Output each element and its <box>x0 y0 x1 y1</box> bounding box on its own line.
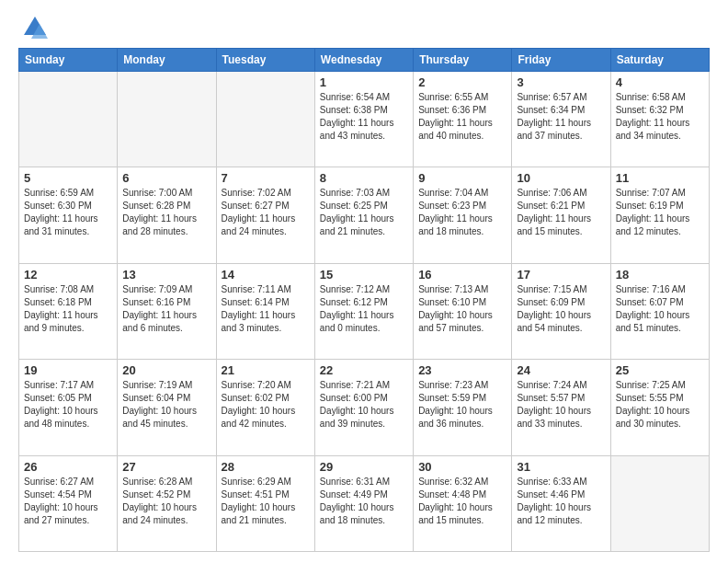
day-info: Sunrise: 6:29 AM Sunset: 4:51 PM Dayligh… <box>222 476 310 527</box>
calendar-cell: 21Sunrise: 7:20 AM Sunset: 6:02 PM Dayli… <box>216 360 314 455</box>
day-info: Sunrise: 7:19 AM Sunset: 6:04 PM Dayligh… <box>122 379 210 431</box>
calendar-cell: 12Sunrise: 7:08 AM Sunset: 6:18 PM Dayli… <box>19 263 118 359</box>
day-info: Sunrise: 7:24 AM Sunset: 5:57 PM Dayligh… <box>517 379 605 431</box>
calendar-cell: 22Sunrise: 7:21 AM Sunset: 6:00 PM Dayli… <box>314 360 413 455</box>
day-info: Sunrise: 7:21 AM Sunset: 6:00 PM Dayligh… <box>320 379 408 431</box>
day-number: 4 <box>616 75 704 89</box>
day-number: 16 <box>418 268 506 282</box>
day-number: 21 <box>222 363 310 377</box>
day-info: Sunrise: 7:11 AM Sunset: 6:14 PM Dayligh… <box>222 283 310 335</box>
calendar-cell: 24Sunrise: 7:24 AM Sunset: 5:57 PM Dayli… <box>512 360 610 455</box>
calendar-cell: 26Sunrise: 6:27 AM Sunset: 4:54 PM Dayli… <box>19 455 118 551</box>
day-info: Sunrise: 6:33 AM Sunset: 4:46 PM Dayligh… <box>517 476 605 527</box>
day-number: 1 <box>320 75 408 89</box>
day-number: 31 <box>517 460 605 474</box>
day-info: Sunrise: 7:08 AM Sunset: 6:18 PM Dayligh… <box>24 283 112 335</box>
day-number: 7 <box>222 171 310 185</box>
day-number: 6 <box>122 171 210 185</box>
day-info: Sunrise: 7:13 AM Sunset: 6:10 PM Dayligh… <box>418 283 506 335</box>
logo <box>18 15 48 40</box>
day-number: 23 <box>418 363 506 377</box>
day-number: 19 <box>24 363 112 377</box>
day-info: Sunrise: 7:23 AM Sunset: 5:59 PM Dayligh… <box>418 379 506 431</box>
calendar-cell: 31Sunrise: 6:33 AM Sunset: 4:46 PM Dayli… <box>512 455 610 551</box>
calendar-cell <box>118 72 216 167</box>
weekday-header-tuesday: Tuesday <box>216 49 314 72</box>
week-row-2: 12Sunrise: 7:08 AM Sunset: 6:18 PM Dayli… <box>19 263 710 359</box>
day-info: Sunrise: 6:31 AM Sunset: 4:49 PM Dayligh… <box>320 476 408 527</box>
day-number: 11 <box>616 171 704 185</box>
calendar-cell <box>610 455 709 551</box>
day-info: Sunrise: 7:07 AM Sunset: 6:19 PM Dayligh… <box>616 187 704 238</box>
calendar-cell: 28Sunrise: 6:29 AM Sunset: 4:51 PM Dayli… <box>216 455 314 551</box>
calendar-cell: 18Sunrise: 7:16 AM Sunset: 6:07 PM Dayli… <box>610 263 709 359</box>
calendar-cell: 23Sunrise: 7:23 AM Sunset: 5:59 PM Dayli… <box>414 360 512 455</box>
day-info: Sunrise: 7:00 AM Sunset: 6:28 PM Dayligh… <box>122 187 210 238</box>
day-number: 2 <box>418 75 506 89</box>
day-info: Sunrise: 7:04 AM Sunset: 6:23 PM Dayligh… <box>418 187 506 238</box>
calendar-cell: 10Sunrise: 7:06 AM Sunset: 6:21 PM Dayli… <box>512 167 610 263</box>
weekday-header-friday: Friday <box>512 49 610 72</box>
calendar-cell: 16Sunrise: 7:13 AM Sunset: 6:10 PM Dayli… <box>414 263 512 359</box>
day-number: 13 <box>122 268 210 282</box>
weekday-header-monday: Monday <box>118 49 216 72</box>
day-info: Sunrise: 7:09 AM Sunset: 6:16 PM Dayligh… <box>122 283 210 335</box>
day-number: 3 <box>517 75 605 89</box>
day-info: Sunrise: 6:59 AM Sunset: 6:30 PM Dayligh… <box>24 187 112 238</box>
day-info: Sunrise: 6:28 AM Sunset: 4:52 PM Dayligh… <box>122 476 210 527</box>
day-number: 26 <box>24 460 112 474</box>
logo-icon <box>22 15 48 40</box>
calendar-cell: 11Sunrise: 7:07 AM Sunset: 6:19 PM Dayli… <box>610 167 709 263</box>
day-info: Sunrise: 6:27 AM Sunset: 4:54 PM Dayligh… <box>24 476 112 527</box>
week-row-4: 26Sunrise: 6:27 AM Sunset: 4:54 PM Dayli… <box>19 455 710 551</box>
calendar-cell: 8Sunrise: 7:03 AM Sunset: 6:25 PM Daylig… <box>314 167 413 263</box>
calendar-cell: 5Sunrise: 6:59 AM Sunset: 6:30 PM Daylig… <box>19 167 118 263</box>
weekday-header-thursday: Thursday <box>414 49 512 72</box>
day-number: 8 <box>320 171 408 185</box>
day-number: 10 <box>517 171 605 185</box>
header <box>18 15 710 40</box>
day-number: 27 <box>122 460 210 474</box>
calendar-cell: 27Sunrise: 6:28 AM Sunset: 4:52 PM Dayli… <box>118 455 216 551</box>
calendar-cell: 4Sunrise: 6:58 AM Sunset: 6:32 PM Daylig… <box>610 72 709 167</box>
calendar-cell: 29Sunrise: 6:31 AM Sunset: 4:49 PM Dayli… <box>314 455 413 551</box>
day-info: Sunrise: 7:06 AM Sunset: 6:21 PM Dayligh… <box>517 187 605 238</box>
calendar-cell <box>216 72 314 167</box>
day-info: Sunrise: 7:20 AM Sunset: 6:02 PM Dayligh… <box>222 379 310 431</box>
day-number: 12 <box>24 268 112 282</box>
weekday-header-wednesday: Wednesday <box>314 49 413 72</box>
day-number: 20 <box>122 363 210 377</box>
day-number: 29 <box>320 460 408 474</box>
day-number: 24 <box>517 363 605 377</box>
day-info: Sunrise: 7:17 AM Sunset: 6:05 PM Dayligh… <box>24 379 112 431</box>
week-row-0: 1Sunrise: 6:54 AM Sunset: 6:38 PM Daylig… <box>19 72 710 167</box>
calendar-cell: 20Sunrise: 7:19 AM Sunset: 6:04 PM Dayli… <box>118 360 216 455</box>
day-info: Sunrise: 6:58 AM Sunset: 6:32 PM Dayligh… <box>616 91 704 143</box>
calendar-cell: 7Sunrise: 7:02 AM Sunset: 6:27 PM Daylig… <box>216 167 314 263</box>
day-info: Sunrise: 6:32 AM Sunset: 4:48 PM Dayligh… <box>418 476 506 527</box>
calendar-cell <box>19 72 118 167</box>
day-info: Sunrise: 7:16 AM Sunset: 6:07 PM Dayligh… <box>616 283 704 335</box>
calendar-cell: 25Sunrise: 7:25 AM Sunset: 5:55 PM Dayli… <box>610 360 709 455</box>
calendar-cell: 6Sunrise: 7:00 AM Sunset: 6:28 PM Daylig… <box>118 167 216 263</box>
day-info: Sunrise: 7:25 AM Sunset: 5:55 PM Dayligh… <box>616 379 704 431</box>
page: SundayMondayTuesdayWednesdayThursdayFrid… <box>0 0 728 563</box>
day-number: 14 <box>222 268 310 282</box>
calendar-cell: 9Sunrise: 7:04 AM Sunset: 6:23 PM Daylig… <box>414 167 512 263</box>
day-info: Sunrise: 6:55 AM Sunset: 6:36 PM Dayligh… <box>418 91 506 143</box>
calendar-cell: 13Sunrise: 7:09 AM Sunset: 6:16 PM Dayli… <box>118 263 216 359</box>
calendar-table: SundayMondayTuesdayWednesdayThursdayFrid… <box>18 48 710 552</box>
day-number: 22 <box>320 363 408 377</box>
day-number: 28 <box>222 460 310 474</box>
day-number: 17 <box>517 268 605 282</box>
calendar-cell: 1Sunrise: 6:54 AM Sunset: 6:38 PM Daylig… <box>314 72 413 167</box>
weekday-header-row: SundayMondayTuesdayWednesdayThursdayFrid… <box>19 49 710 72</box>
day-number: 18 <box>616 268 704 282</box>
calendar-cell: 14Sunrise: 7:11 AM Sunset: 6:14 PM Dayli… <box>216 263 314 359</box>
weekday-header-saturday: Saturday <box>610 49 709 72</box>
calendar-cell: 2Sunrise: 6:55 AM Sunset: 6:36 PM Daylig… <box>414 72 512 167</box>
day-info: Sunrise: 6:54 AM Sunset: 6:38 PM Dayligh… <box>320 91 408 143</box>
day-number: 30 <box>418 460 506 474</box>
calendar-cell: 19Sunrise: 7:17 AM Sunset: 6:05 PM Dayli… <box>19 360 118 455</box>
week-row-1: 5Sunrise: 6:59 AM Sunset: 6:30 PM Daylig… <box>19 167 710 263</box>
